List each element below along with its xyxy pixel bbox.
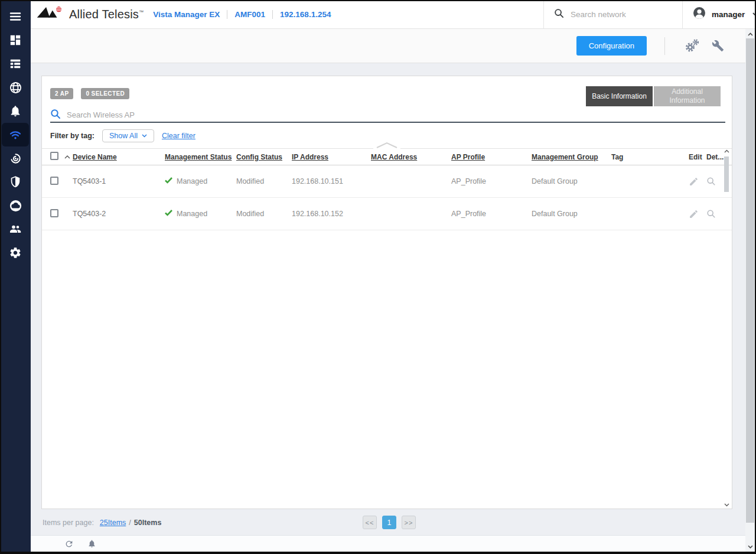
device-name: TQ5403-2	[73, 210, 165, 218]
page-1-button[interactable]: 1	[382, 516, 396, 529]
total-items: 50Items	[134, 519, 162, 527]
brand-name: Allied Telesis™	[69, 8, 144, 21]
edit-pencil-icon[interactable]	[689, 209, 706, 219]
sidebar-item-system-settings[interactable]	[2, 241, 29, 265]
user-menu[interactable]: manager	[682, 0, 756, 28]
cloud-icon	[9, 199, 22, 213]
col-ap-profile[interactable]: AP Profile	[451, 153, 532, 161]
device-name: TQ5403-1	[73, 177, 165, 185]
count-badges: 2 AP 0 SELECTED	[50, 88, 129, 99]
link-divider	[227, 10, 227, 19]
ap-profile: AP_Profile	[451, 210, 532, 218]
scrollbar-thumb[interactable]	[724, 157, 729, 192]
items-per-page-25-link[interactable]: 25Items	[100, 519, 126, 527]
globe-icon	[9, 81, 22, 94]
sidebar-item-dashboard[interactable]	[2, 28, 29, 52]
col-edit: Edit	[689, 153, 706, 161]
config-status: Modified	[236, 210, 292, 218]
network-search-input[interactable]	[571, 10, 668, 19]
swirl-icon	[9, 152, 22, 165]
scroll-up-icon[interactable]	[745, 30, 755, 38]
configuration-button[interactable]: Configuration	[576, 36, 647, 56]
wrench-icon[interactable]	[712, 40, 724, 52]
scroll-down-icon[interactable]	[724, 503, 730, 507]
prev-page-button[interactable]: <<	[363, 516, 377, 529]
page-scrollbar	[745, 29, 755, 552]
ip-address: 192.168.10.152	[292, 210, 371, 218]
tab-additional-information[interactable]: Additional Information	[654, 86, 721, 106]
col-mac-address[interactable]: MAC Address	[371, 153, 451, 161]
items-per-page: Items per page: 25Items / 50Items	[43, 519, 161, 527]
col-config-status[interactable]: Config Status	[236, 153, 292, 161]
trademark-mark: ™	[139, 9, 144, 15]
sidebar-item-event-log[interactable]	[2, 99, 29, 123]
sort-asc-icon[interactable]	[64, 155, 73, 159]
col-management-status[interactable]: Management Status	[165, 153, 236, 161]
link-amf-network[interactable]: AMF001	[234, 10, 265, 19]
collapse-filter-chevron-icon[interactable]	[373, 140, 400, 151]
col-device-name[interactable]: Device Name	[73, 153, 165, 161]
row-checkbox[interactable]	[50, 177, 58, 185]
vista-manager-window: Allied Telesis™ Vista Manager EX AMF001 …	[0, 0, 756, 554]
sidebar-item-sd-wan[interactable]	[2, 146, 29, 170]
sidebar-item-network-map[interactable]	[2, 76, 29, 99]
wireless-ap-search-input[interactable]	[67, 110, 725, 119]
row-checkbox[interactable]	[50, 209, 58, 217]
tag-filter-dropdown[interactable]: Show All	[102, 129, 154, 142]
ap-table: Device Name Management Status Config Sta…	[42, 148, 732, 230]
filter-row: Filter by tag: Show All Clear filter	[50, 129, 195, 142]
notification-bell-icon[interactable]	[87, 539, 96, 548]
sidebar-nav	[0, 0, 31, 554]
link-master-ip[interactable]: 192.168.1.254	[280, 10, 331, 19]
sub-toolbar: Configuration	[31, 29, 756, 63]
next-page-button[interactable]: >>	[402, 516, 416, 529]
sidebar-item-asset-list[interactable]	[2, 52, 29, 76]
ip-address: 192.168.10.151	[292, 177, 371, 185]
avatar-icon	[692, 6, 706, 22]
scroll-up-icon[interactable]	[724, 149, 730, 153]
status-bar	[31, 535, 756, 552]
allied-telesis-logo-icon	[37, 4, 64, 24]
gears-icon[interactable]	[684, 38, 700, 53]
managed-check-icon	[165, 210, 172, 218]
tag-filter-value: Show All	[109, 132, 138, 140]
wireless-ap-search	[50, 108, 725, 123]
list-icon	[9, 57, 22, 70]
table-row: TQ5403-2 Managed Modified 192.168.10.152…	[42, 198, 732, 230]
col-management-group[interactable]: Management Group	[532, 153, 611, 161]
info-tabs: Basic Information Additional Information	[586, 86, 721, 106]
user-name: manager	[712, 10, 745, 19]
col-ip-address[interactable]: IP Address	[292, 153, 371, 161]
tab-basic-information[interactable]: Basic Information	[586, 86, 653, 106]
config-status: Modified	[236, 177, 292, 185]
chevron-down-icon	[752, 12, 756, 17]
sidebar-item-wireless[interactable]	[2, 123, 29, 146]
content-area: 2 AP 0 SELECTED Basic Information Additi…	[31, 64, 756, 535]
sidebar-item-user-management[interactable]	[2, 217, 29, 241]
scrollbar-thumb[interactable]	[746, 38, 754, 523]
header-links: Vista Manager EX AMF001 192.168.1.254	[153, 10, 331, 19]
link-divider	[272, 10, 273, 19]
filter-by-tag-label: Filter by tag:	[50, 132, 94, 140]
management-group: Default Group	[532, 177, 611, 185]
shield-icon	[9, 175, 22, 188]
scroll-down-icon[interactable]	[745, 542, 755, 551]
col-tag: Tag	[611, 153, 689, 161]
hamburger-icon	[8, 9, 22, 24]
sidebar-item-menu[interactable]	[2, 5, 29, 28]
dashboard-icon	[9, 34, 22, 47]
table-scrollbar	[724, 149, 730, 507]
items-per-page-label: Items per page:	[43, 519, 94, 527]
sidebar-item-cloud-services[interactable]	[2, 194, 29, 217]
select-all-checkbox[interactable]	[50, 152, 58, 160]
link-vista-manager-ex[interactable]: Vista Manager EX	[153, 10, 220, 19]
search-icon	[554, 8, 564, 21]
table-row: TQ5403-1 Managed Modified 192.168.10.151…	[42, 165, 732, 198]
management-group: Default Group	[532, 210, 611, 218]
sidebar-item-security[interactable]	[2, 170, 29, 194]
wireless-ap-panel: 2 AP 0 SELECTED Basic Information Additi…	[41, 76, 732, 509]
edit-pencil-icon[interactable]	[689, 177, 706, 187]
users-icon	[8, 222, 22, 236]
clear-filter-link[interactable]: Clear filter	[162, 132, 195, 140]
refresh-icon[interactable]	[64, 539, 74, 549]
